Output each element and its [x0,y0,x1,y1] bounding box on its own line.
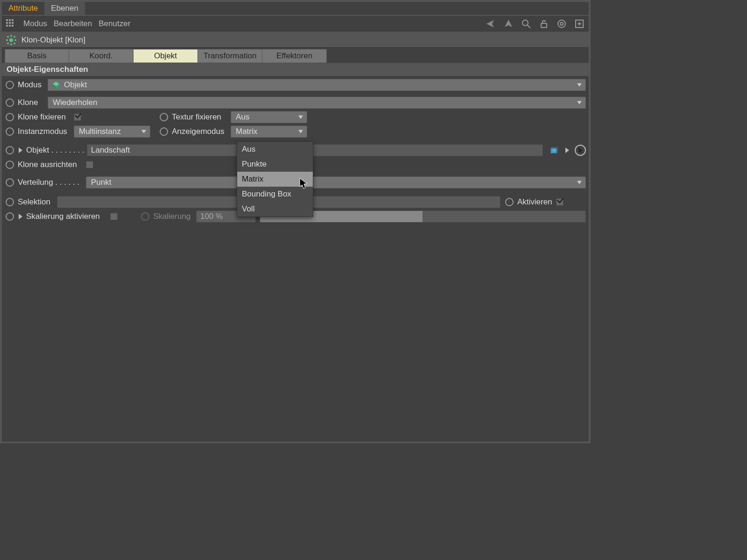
target-icon[interactable] [555,17,568,30]
dropdown-textur-fixieren[interactable]: Aus [231,111,307,123]
anim-dot[interactable] [6,146,14,154]
checkbox-skal-aktiv[interactable] [110,213,118,220]
svg-rect-13 [541,23,547,28]
add-icon[interactable] [573,17,586,30]
option-punkte[interactable]: Punkte [237,157,313,172]
expand-arrow-icon[interactable] [19,214,22,219]
object-header: Klon-Objekt [Klon] [2,33,589,48]
anim-dot[interactable] [505,198,514,206]
label-skal-aktiv: Skalierung aktivieren [26,212,106,221]
anim-dot[interactable] [6,178,14,187]
svg-rect-7 [9,25,11,27]
svg-point-22 [6,39,8,41]
dropdown-modus[interactable]: Objekt [48,79,586,91]
top-tabs: Attribute Ebenen [2,2,589,16]
subtab-effektoren[interactable]: Effektoren [262,49,327,63]
tab-attribute[interactable]: Attribute [2,2,44,15]
dropdown-klone[interactable]: Wiederholen [48,97,586,109]
option-aus[interactable]: Aus [237,142,313,157]
option-voll[interactable]: Voll [237,202,313,217]
svg-rect-3 [6,22,8,24]
svg-marker-10 [505,20,512,27]
label-instanzmodus: Instanzmodus [18,127,70,136]
row-instanz: Instanzmodus Multiinstanz Anzeigemodus M… [5,125,586,139]
svg-rect-2 [12,19,14,21]
dropdown-klone-value: Wiederholen [53,98,97,107]
cloner-icon [6,35,17,46]
dropdown-anzeigemodus[interactable]: Matrix [231,126,307,138]
svg-point-21 [10,43,12,45]
expand-arrow-icon[interactable] [19,147,22,153]
svg-rect-8 [12,25,14,27]
option-matrix[interactable]: Matrix [237,172,313,187]
go-arrow-icon[interactable] [562,145,573,156]
grid-icon[interactable] [5,18,17,30]
anim-dot[interactable] [6,212,14,221]
anim-dot[interactable] [141,212,149,221]
dropdown-instanzmodus[interactable]: Multiinstanz [74,126,150,138]
subtab-objekt[interactable]: Objekt [134,49,198,63]
menu-benutzer[interactable]: Benutzer [99,19,130,28]
objekt-field-icons [549,145,586,156]
svg-rect-0 [6,19,8,21]
svg-marker-34 [578,147,583,153]
subtab-koord[interactable]: Koord. [69,49,134,63]
link-icon[interactable] [549,145,560,156]
field-objekt-value: Landschaft [91,146,130,155]
lock-icon[interactable] [537,17,550,30]
svg-point-24 [7,36,9,38]
svg-marker-33 [565,147,569,153]
svg-rect-1 [9,19,11,21]
label-skalierung: Skalierung [153,212,192,221]
field-objekt[interactable]: Landschaft [87,144,543,156]
label-klone-fixieren: Klone fixieren [18,112,70,122]
anim-dot[interactable] [6,81,14,89]
subtab-basis[interactable]: Basis [5,49,69,63]
anim-dot[interactable] [6,198,14,206]
dropdown-verteilung[interactable]: Punkt [86,176,586,189]
objekt-mode-icon [52,81,60,89]
row-fixieren: Klone fixieren Textur fixieren Aus [5,110,586,124]
anim-dot[interactable] [6,98,14,107]
menu-modus[interactable]: Modus [23,19,47,28]
anzeigemodus-menu: Aus Punkte Matrix Bounding Box Voll [237,141,313,217]
svg-rect-4 [9,22,11,24]
dropdown-verteilung-value: Punkt [91,178,111,187]
tab-ebenen[interactable]: Ebenen [44,2,85,15]
checkbox-aktivieren[interactable] [556,198,564,206]
label-klone: Klone [18,98,44,107]
chevron-down-icon [577,101,582,105]
anim-dot[interactable] [160,113,168,121]
checkbox-klone-fixieren[interactable] [74,113,81,121]
anim-dot[interactable] [6,113,14,121]
svg-point-14 [558,20,565,28]
dropdown-modus-value: Objekt [64,80,87,90]
svg-point-25 [14,36,15,38]
checkbox-klone-ausrichten[interactable] [86,161,93,168]
svg-rect-5 [12,22,14,24]
search-icon[interactable] [520,17,533,30]
svg-marker-9 [486,20,494,28]
nav-back-icon[interactable] [484,17,497,30]
label-verteilung: Verteilung . . . . . . [18,178,82,187]
menu-bearbeiten[interactable]: Bearbeiten [54,19,92,28]
row-klone: Klone Wiederholen [5,96,586,110]
nav-up-icon[interactable] [502,17,515,30]
dropdown-textur-value: Aus [236,112,249,122]
anim-dot[interactable] [160,127,168,136]
object-title: Klon-Objekt [Klon] [21,35,85,45]
chevron-down-icon [577,181,582,184]
label-modus: Modus [18,80,44,90]
label-aktivieren: Aktivieren [517,197,552,207]
subtab-transformation[interactable]: Transformation [198,49,262,63]
section-header: Objekt-Eigenschaften [2,63,589,76]
chevron-down-icon [298,130,303,133]
option-bounding-box[interactable]: Bounding Box [237,187,313,202]
svg-point-19 [9,38,13,42]
input-skalierung-value: 100 % [200,212,223,221]
anim-dot[interactable] [6,161,14,169]
picker-icon[interactable] [575,145,586,156]
anim-dot[interactable] [6,127,14,136]
label-klone-ausrichten: Klone ausrichten [18,160,82,169]
svg-point-27 [14,42,15,44]
